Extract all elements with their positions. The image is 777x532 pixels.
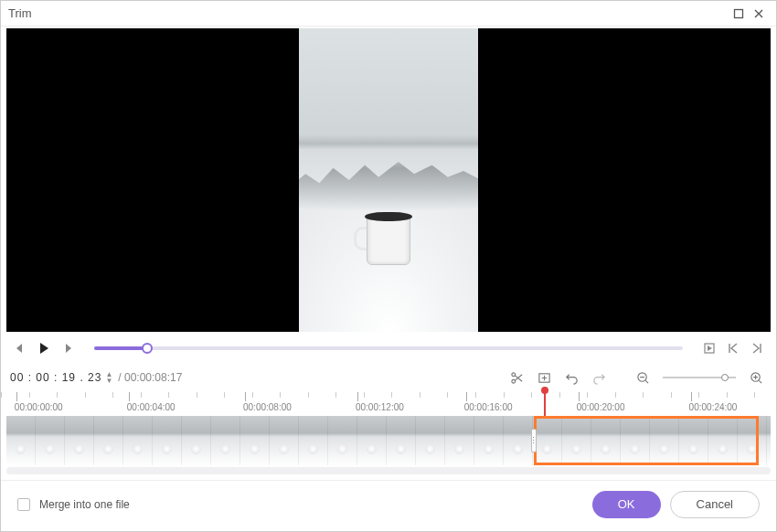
timeline-thumb: [504, 416, 533, 465]
ruler-minor-tick: [224, 392, 225, 398]
ruler-label: 00:00:24:00: [689, 402, 738, 412]
prev-frame-icon: [14, 342, 27, 355]
window-title: Trim: [8, 6, 32, 20]
ruler-tick: [129, 392, 130, 401]
seek-thumb[interactable]: [142, 343, 153, 354]
zoom-out-button[interactable]: [632, 367, 654, 388]
ruler-minor-tick: [754, 392, 755, 398]
timeline-track[interactable]: ⋮: [6, 416, 771, 465]
ruler-label: 00:00:08:00: [243, 402, 292, 412]
time-input[interactable]: 00 : 00 : 19 . 23 ▲ ▼: [10, 371, 112, 384]
ruler-minor-tick: [504, 392, 505, 398]
playback-controls: [1, 334, 776, 363]
ruler-minor-tick: [391, 392, 392, 398]
titlebar: Trim: [1, 1, 776, 27]
timeline-thumb: [182, 416, 211, 465]
ruler-minor-tick: [447, 392, 448, 398]
ruler-label: 00:00:04:00: [127, 402, 176, 412]
mountain-graphic: [299, 150, 478, 210]
ruler-tick: [357, 392, 358, 401]
zoom-out-icon: [636, 371, 650, 385]
ruler-tick: [466, 392, 467, 401]
prev-frame-button[interactable]: [10, 338, 30, 358]
ruler-minor-tick: [698, 392, 699, 398]
ruler-minor-tick: [29, 392, 30, 398]
svg-rect-0: [735, 9, 743, 17]
timeline-thumb: [387, 416, 416, 465]
close-button[interactable]: [749, 4, 769, 24]
merge-checkbox[interactable]: [17, 498, 30, 511]
ruler-minor-tick: [252, 392, 253, 398]
ruler-minor-tick: [531, 392, 532, 398]
stop-icon: [703, 342, 716, 355]
stop-button[interactable]: [699, 338, 719, 358]
seek-fill: [94, 346, 147, 350]
ruler-minor-tick: [57, 392, 58, 398]
ruler-label: 00:00:20:00: [577, 402, 625, 412]
ruler-minor-tick: [727, 392, 728, 398]
ruler-label: 00:00:00:00: [15, 402, 63, 412]
ruler-minor-tick: [168, 392, 169, 398]
ruler-minor-tick: [559, 392, 560, 398]
next-frame-icon: [61, 342, 74, 355]
ruler-minor-tick: [643, 392, 644, 398]
timeline-thumb: [123, 416, 153, 465]
ruler-minor-tick: [615, 392, 616, 398]
maximize-button[interactable]: [729, 4, 749, 24]
ruler-label: 00:00:12:00: [356, 402, 404, 412]
ruler-minor-tick: [280, 392, 281, 398]
timeline-thumb: [416, 416, 445, 465]
cancel-button[interactable]: Cancel: [670, 491, 760, 518]
timeline-thumb: [211, 416, 240, 465]
timeline-thumb: [94, 416, 123, 465]
ruler-minor-tick: [141, 392, 142, 398]
time-stepper[interactable]: ▲ ▼: [105, 371, 112, 384]
add-segment-button[interactable]: [533, 367, 555, 388]
time-ruler[interactable]: 00:00:00:0000:00:04:0000:00:08:0000:00:1…: [1, 392, 776, 414]
timeline-thumb: [270, 416, 299, 465]
timeline-thumb: [6, 416, 36, 465]
trim-selection[interactable]: [534, 416, 760, 465]
zoom-slider[interactable]: [663, 377, 736, 378]
video-frame: [299, 28, 478, 332]
ruler-minor-tick: [671, 392, 672, 398]
timeline-thumb: [153, 416, 182, 465]
zoom-thumb[interactable]: [721, 374, 729, 381]
skip-start-button[interactable]: [723, 338, 743, 358]
ruler-tick: [579, 392, 580, 401]
skip-end-icon: [750, 342, 763, 355]
next-frame-button[interactable]: [58, 338, 78, 358]
undo-icon: [565, 371, 579, 385]
timeline-thumb: [767, 416, 771, 465]
cut-button[interactable]: [506, 367, 527, 388]
timeline-scrollbar[interactable]: [6, 467, 771, 474]
timeline-thumb: [445, 416, 474, 465]
stepper-down-icon[interactable]: ▼: [105, 378, 112, 384]
redo-icon: [592, 371, 606, 385]
ok-button[interactable]: OK: [592, 491, 661, 518]
ruler-minor-tick: [308, 392, 309, 398]
zoom-in-icon: [750, 371, 763, 385]
undo-button[interactable]: [560, 367, 582, 388]
play-button[interactable]: [34, 338, 54, 358]
ruler-minor-tick: [85, 392, 86, 398]
merge-label: Merge into one file: [39, 498, 130, 511]
ruler-minor-tick: [112, 392, 113, 398]
skip-end-button[interactable]: [747, 338, 767, 358]
time-tools-row: 00 : 00 : 19 . 23 ▲ ▼ / 00:00:08:17: [1, 363, 776, 392]
video-preview: [6, 28, 771, 332]
ruler-minor-tick: [364, 392, 365, 398]
seek-slider[interactable]: [94, 346, 683, 350]
trim-window: Trim: [0, 0, 777, 532]
selection-handle-left[interactable]: ⋮: [531, 429, 537, 452]
letterbox: [110, 28, 667, 332]
zoom-in-button[interactable]: [745, 367, 767, 388]
timeline-thumb: [299, 416, 328, 465]
timeline-thumb: [36, 416, 65, 465]
timeline-area: 00:00:00:0000:00:04:0000:00:08:0000:00:1…: [1, 392, 776, 480]
redo-button[interactable]: [588, 367, 610, 388]
maximize-icon: [733, 8, 744, 19]
ruler-label: 00:00:16:00: [464, 402, 513, 412]
ruler-tick: [691, 392, 692, 401]
play-icon: [37, 342, 50, 355]
